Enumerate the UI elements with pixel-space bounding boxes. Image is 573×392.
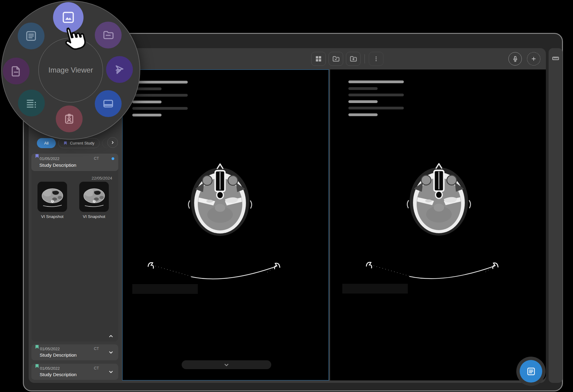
ct-brain-image (185, 159, 255, 241)
overlay-text-placeholder (348, 80, 404, 116)
badge-tool-button[interactable] (56, 105, 83, 132)
document-tool-button[interactable] (3, 58, 30, 84)
study-date: 01/05/2022 (40, 366, 60, 371)
study-card-collapsed[interactable]: 01/05/2022 CT Study Description (31, 364, 118, 380)
series-group-date: 22/05/2024 (91, 176, 112, 180)
microphone-button[interactable] (508, 52, 522, 66)
ct-table-shadow (342, 284, 408, 294)
viewport-secondary[interactable] (330, 69, 546, 380)
study-description: Study Description (40, 352, 77, 358)
ruler-button[interactable] (552, 54, 560, 62)
study-modality: CT (94, 347, 99, 351)
send-tool-button[interactable] (106, 56, 133, 83)
bookmark-icon (63, 141, 67, 145)
study-description: Study Description (40, 372, 77, 377)
bookmark-icon (35, 153, 39, 159)
viewer-toolbar (311, 52, 383, 66)
viewport-area (122, 69, 546, 380)
series-scroll-pill[interactable] (182, 360, 271, 369)
chip-current-study-label: Current Study (70, 141, 94, 145)
series-thumbnail[interactable] (79, 182, 109, 212)
study-date: 01/05/2022 (40, 347, 60, 351)
series-thumbnail[interactable] (37, 182, 67, 212)
expand-study-button[interactable] (108, 349, 114, 356)
ct-abdomen-thumbnail-image (80, 185, 108, 209)
ct-table-shadow (132, 284, 198, 294)
study-date: 01/05/2022 (40, 156, 59, 161)
radial-tool-menu: Image Viewer (0, 0, 142, 141)
add-button[interactable] (527, 52, 540, 66)
bookmark-icon (35, 344, 39, 350)
screen: All Current Study 01/05/2022 CT (0, 0, 573, 392)
thumbnail-label: VI Snapshot (37, 214, 67, 219)
study-description: Study Description (39, 162, 76, 168)
ct-abdomen-thumbnail-image (39, 185, 66, 209)
more-options-button[interactable] (369, 52, 383, 66)
toolbar-divider (365, 54, 365, 63)
study-modality: CT (94, 366, 99, 370)
right-tool-strip (549, 48, 563, 383)
thumbnail-label: VI Snapshot (79, 214, 109, 219)
bookmark-icon (35, 363, 39, 369)
ct-brain-image (404, 159, 474, 241)
folder-export-button[interactable] (346, 52, 361, 66)
expand-study-button[interactable] (108, 369, 114, 375)
study-browser-panel: 01/05/2022 CT Study Description 22/05/20… (31, 154, 118, 341)
selected-study-card[interactable]: 01/05/2022 CT Study Description (31, 154, 118, 171)
selected-tool-label: Image Viewer (48, 66, 93, 74)
report-fab-button[interactable] (520, 360, 542, 383)
study-card-collapsed[interactable]: 01/05/2022 CT Study Description (31, 344, 118, 360)
card-tool-button[interactable] (95, 90, 122, 117)
list-tool-button[interactable] (18, 90, 45, 116)
layout-grid-button[interactable] (311, 52, 326, 66)
scroll-up-button[interactable] (107, 332, 115, 340)
chip-all-label: All (44, 141, 48, 145)
folder-check-button[interactable] (329, 52, 343, 66)
unread-dot (112, 157, 114, 160)
toolbar-right-group (508, 52, 540, 66)
article-tool-button[interactable] (18, 23, 44, 49)
study-modality: CT (94, 156, 99, 161)
viewport-active[interactable] (122, 69, 329, 380)
folder-tool-button[interactable] (95, 22, 122, 48)
